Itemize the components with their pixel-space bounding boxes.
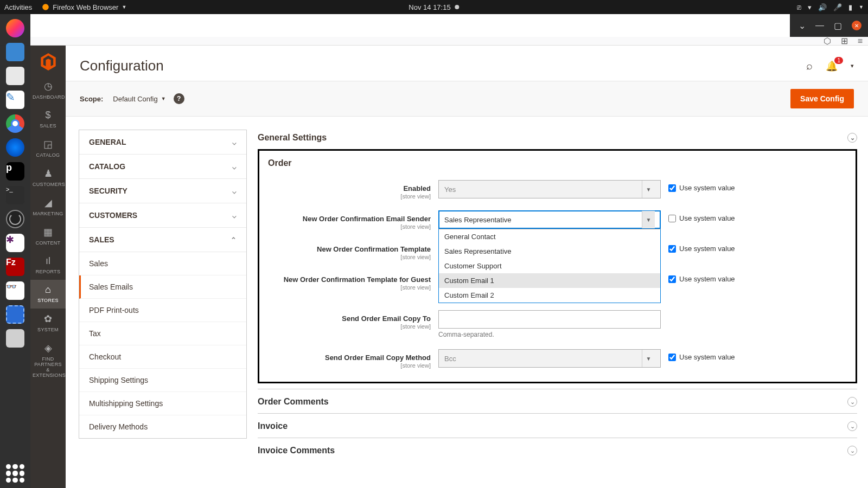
field-label-template-guest: New Order Confirmation Template for Gues… [284,275,431,284]
tree-group-catalog[interactable]: CATALOG⌵ [79,155,246,179]
chevron-down-icon: ⌵ [232,138,237,146]
chevron-down-icon: ▼ [642,350,655,367]
config-tree: GENERAL⌵ CATALOG⌵ SECURITY⌵ CUSTOMERS⌵ S… [79,130,247,439]
section-order[interactable]: Order [268,151,847,177]
tabs-dropdown-icon[interactable]: ⌄ [799,21,806,31]
collapse-icon: ⌄ [847,397,857,407]
use-system-checkbox-template[interactable]: Use system value [668,241,735,253]
dock-slack[interactable]: ✱ [4,232,26,254]
copy-method-select: Bcc▼ [438,349,661,368]
wifi-icon[interactable]: ▾ [808,3,812,11]
tree-group-general[interactable]: GENERAL⌵ [79,130,246,155]
copy-to-input[interactable] [438,310,661,329]
volume-icon[interactable]: 🔊 [818,3,827,11]
section-invoice[interactable]: Invoice⌄ [258,413,857,438]
nav-marketing[interactable]: ◢MARKETING [30,192,66,222]
sender-option-custom-1[interactable]: Custom Email 1 [439,273,660,288]
nav-customers[interactable]: ♟CUSTOMERS [30,163,66,192]
section-order-comments[interactable]: Order Comments⌄ [258,389,857,413]
close-button[interactable]: ✕ [852,21,861,30]
tree-item-pdf-printouts[interactable]: PDF Print-outs [79,299,246,322]
section-invoice-comments[interactable]: Invoice Comments⌄ [258,438,857,462]
firefox-tab-strip [0,14,790,37]
hamburger-menu-icon[interactable]: ≡ [858,36,863,46]
dock-screenshot[interactable] [4,304,26,325]
minimize-button[interactable]: — [815,21,824,30]
scope-help-icon[interactable]: ? [174,93,184,104]
sender-option-customer-support[interactable]: Customer Support [439,259,660,273]
tree-group-sales[interactable]: SALES⌃ [79,228,246,252]
svg-point-0 [42,4,49,10]
dock-text-editor[interactable]: ✎ [4,89,26,111]
dock-terminal[interactable]: >_ [4,184,26,206]
tree-item-delivery-methods[interactable]: Delivery Methods [79,415,246,438]
firefox-icon [42,3,49,11]
scope-hint: [store view] [268,284,431,291]
nav-partners[interactable]: ◈FIND PARTNERS & EXTENSIONS [30,338,66,383]
use-system-checkbox-enabled[interactable]: Use system value [668,180,735,192]
use-system-checkbox-sender[interactable]: Use system value [668,210,735,222]
clock[interactable]: Nov 14 17:15 [409,3,459,11]
magento-admin-nav: ◷DASHBOARD $SALES ◲CATALOG ♟CUSTOMERS ◢M… [30,46,66,488]
tree-item-multishipping-settings[interactable]: Multishipping Settings [79,392,246,415]
save-config-button[interactable]: Save Config [790,89,854,108]
nav-stores[interactable]: ⌂STORES [30,280,66,309]
dock-obs[interactable] [4,208,26,230]
nav-sales[interactable]: $SALES [30,105,66,134]
nav-content[interactable]: ▦CONTENT [30,222,66,251]
section-general-settings[interactable]: General Settings ⌄ [258,130,857,149]
chevron-down-icon: ⌵ [232,187,237,195]
mic-icon[interactable]: 🎤 [833,3,842,11]
tree-item-tax[interactable]: Tax [79,322,246,345]
sender-select[interactable]: Sales Representative▼ [438,210,661,229]
tree-group-security[interactable]: SECURITY⌵ [79,179,246,203]
scope-hint: [store view] [268,223,431,230]
app-menu[interactable]: Firefox Web Browser ▼ [42,3,126,11]
nav-dashboard[interactable]: ◷DASHBOARD [30,76,66,105]
dock-disks[interactable] [4,328,26,349]
dock-filezilla[interactable]: Fz [4,256,26,278]
tree-item-sales-emails[interactable]: Sales Emails [79,275,246,299]
nav-system[interactable]: ✿SYSTEM [30,309,66,338]
dock-firefox[interactable] [4,17,26,39]
admin-account-menu[interactable]: ▾ [851,62,854,69]
search-icon[interactable]: ⌕ [806,60,813,72]
dock-pdf[interactable]: 👓 [4,280,26,301]
extensions-icon[interactable]: ⊞ [841,36,848,46]
copy-to-hint: Comma-separated. [438,331,661,338]
system-menu-chevron-icon[interactable]: ▼ [859,4,864,10]
maximize-button[interactable]: ▢ [834,21,842,31]
dock-files[interactable] [4,65,26,87]
dock-p-app[interactable]: p [4,160,26,182]
sender-option-custom-2[interactable]: Custom Email 2 [439,288,660,303]
field-label-sender: New Order Confirmation Email Sender [303,215,431,223]
screen-icon[interactable]: ⎚ [797,3,801,11]
tree-item-sales[interactable]: Sales [79,252,246,275]
chevron-down-icon: ▼ [642,211,655,228]
sender-option-sales-rep[interactable]: Sales Representative [439,244,660,259]
enabled-select: Yes▼ [438,180,661,198]
pocket-icon[interactable]: ⬡ [824,36,831,46]
use-system-checkbox-template-guest[interactable]: Use system value [668,271,735,283]
use-system-checkbox-copy-method[interactable]: Use system value [668,349,735,361]
activities-button[interactable]: Activities [4,3,32,11]
magento-logo-icon [40,53,57,70]
scope-selector[interactable]: Default Config ▼ [113,95,165,103]
collapse-icon: ⌄ [847,446,857,455]
tree-item-shipping-settings[interactable]: Shipping Settings [79,369,246,392]
sender-option-general-contact[interactable]: General Contact [439,229,660,244]
chevron-down-icon: ⌵ [232,211,237,220]
nav-catalog[interactable]: ◲CATALOG [30,134,66,163]
tree-item-checkout[interactable]: Checkout [79,345,246,369]
dock-thunderbird[interactable] [4,137,26,158]
dock-show-apps[interactable] [6,464,24,483]
notifications-button[interactable]: 🔔 1 [826,60,838,72]
battery-icon[interactable]: ▮ [848,3,852,11]
dock-libreoffice-writer[interactable] [4,41,26,63]
scope-hint: [store view] [268,254,431,260]
gnome-top-bar: Activities Firefox Web Browser ▼ Nov 14 … [0,0,868,14]
dock-chrome[interactable] [4,113,26,134]
nav-reports[interactable]: ılREPORTS [30,251,66,280]
field-label-enabled: Enabled [403,184,431,192]
tree-group-customers[interactable]: CUSTOMERS⌵ [79,203,246,228]
